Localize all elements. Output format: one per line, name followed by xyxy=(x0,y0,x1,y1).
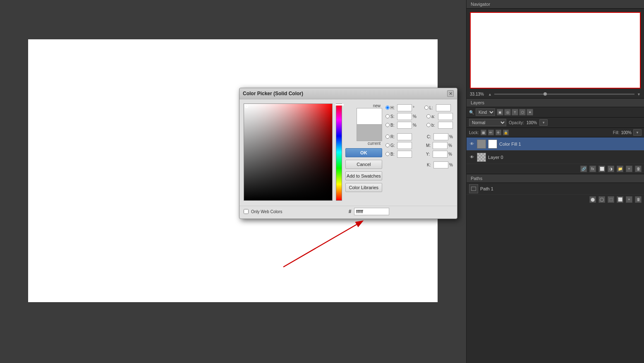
color-preview-container: new current xyxy=(345,103,383,146)
k-input-row: K: 0 % xyxy=(385,161,453,169)
y-unit: % xyxy=(448,152,452,156)
fill-arrow: ▼ xyxy=(633,129,642,136)
g-radio[interactable] xyxy=(385,143,390,147)
only-web-colors-checkbox[interactable] xyxy=(244,209,249,214)
navigator-title: Navigator xyxy=(467,0,644,9)
path-add-mask-icon[interactable]: ⬜ xyxy=(617,196,623,203)
hex-hash-label: # xyxy=(349,209,352,214)
h-input[interactable]: 0 xyxy=(397,104,412,111)
path-new-icon[interactable]: + xyxy=(626,196,632,203)
color-picker-dialog: Color Picker (Solid Color) ✕ new current xyxy=(239,88,457,219)
current-label: current xyxy=(345,141,383,146)
pixel-filter-icon[interactable]: ▣ xyxy=(497,109,503,115)
b3-radio[interactable] xyxy=(426,123,431,127)
path-stroke-icon[interactable]: ◯ xyxy=(599,196,605,203)
k-input[interactable]: 0 xyxy=(433,161,448,168)
s-input[interactable]: 0 xyxy=(397,113,412,120)
layer-folder-icon[interactable]: 📁 xyxy=(617,166,623,172)
cancel-button[interactable]: Cancel xyxy=(345,160,383,169)
kind-filter[interactable]: Kind xyxy=(476,108,495,116)
l-radio[interactable] xyxy=(424,106,429,110)
h-input-row: H: 0 ° L: 100 xyxy=(385,103,453,112)
ok-button[interactable]: OK xyxy=(345,148,383,157)
a-input[interactable]: 0 xyxy=(438,113,453,120)
adjustment-filter-icon[interactable]: ◎ xyxy=(504,109,511,115)
fill-value: 100% xyxy=(621,130,632,135)
path-fill-icon[interactable]: ⬤ xyxy=(589,196,596,203)
layer-visibility-icon[interactable]: 👁 xyxy=(469,141,475,147)
r-radio[interactable] xyxy=(385,135,390,139)
layer-delete-icon[interactable]: 🗑 xyxy=(635,166,642,172)
b-input-row: B: 100 % b: 0 xyxy=(385,121,453,129)
layer-row-color-fill[interactable]: 👁 Color Fill 1 xyxy=(467,137,644,151)
h-label: H: xyxy=(390,106,396,110)
hex-input[interactable] xyxy=(354,208,389,215)
y-label: Y: xyxy=(426,152,432,156)
layer-name-layer0: Layer 0 xyxy=(488,155,503,160)
dialog-bottom: Only Web Colors # xyxy=(239,206,457,219)
c-label: C: xyxy=(427,135,433,139)
h-unit: ° xyxy=(413,106,414,110)
dialog-close-button[interactable]: ✕ xyxy=(447,90,454,97)
a-label: a: xyxy=(431,114,437,119)
b3-input[interactable]: 0 xyxy=(438,122,453,129)
m-input[interactable]: 0 xyxy=(433,142,448,149)
color-spectrum[interactable] xyxy=(244,103,333,201)
layer0-visibility-icon[interactable]: 👁 xyxy=(469,154,475,160)
a-radio[interactable] xyxy=(426,114,431,118)
zoom-decrease-icon[interactable]: ▲ xyxy=(488,92,492,96)
l-input[interactable]: 100 xyxy=(436,104,451,111)
lock-fill-row: Lock: ▦ ✏ ✛ 🔒 Fill: 100% ▼ xyxy=(467,128,644,137)
l-label: L: xyxy=(429,106,435,110)
lock-label: Lock: xyxy=(469,130,479,135)
smart-filter-icon[interactable]: ✦ xyxy=(527,109,533,115)
path-delete-icon[interactable]: 🗑 xyxy=(635,196,642,203)
b2-input[interactable]: 255 xyxy=(397,151,412,158)
b-unit: % xyxy=(413,123,417,127)
b-radio[interactable] xyxy=(385,123,390,127)
s-radio[interactable] xyxy=(385,114,390,118)
r-input[interactable]: 255 xyxy=(397,133,412,140)
layer-mask-icon[interactable]: ⬜ xyxy=(599,166,605,172)
text-filter-icon[interactable]: T xyxy=(512,109,518,115)
lock-all-icon[interactable]: 🔒 xyxy=(503,130,509,135)
shape-filter-icon[interactable]: ⬡ xyxy=(519,109,526,115)
c-input[interactable]: 0 xyxy=(433,133,448,140)
zoom-slider-track[interactable] xyxy=(494,94,634,95)
layer-add-icon[interactable]: + xyxy=(626,166,632,172)
blend-mode-select[interactable]: Normal xyxy=(469,119,506,126)
b2-radio[interactable] xyxy=(385,152,390,156)
layer-adjustment-icon[interactable]: ◑ xyxy=(608,166,614,172)
zoom-increase-icon[interactable]: ▼ xyxy=(637,92,641,96)
new-label: new xyxy=(345,103,383,108)
fill-label: Fill: xyxy=(613,130,620,135)
path-selection-icon[interactable]: ⬚ xyxy=(608,196,614,203)
path-row-1[interactable]: Path 1 xyxy=(467,183,644,195)
h-radio[interactable] xyxy=(385,106,390,110)
right-panel: Navigator 33.13% ▲ ▼ Layers 🔍 Kind ▣ ◎ T… xyxy=(466,0,644,363)
layer0-thumb-checker xyxy=(477,153,486,162)
lock-pixels-icon[interactable]: ▦ xyxy=(481,130,486,135)
lock-move-icon[interactable]: ✛ xyxy=(496,130,501,135)
path-name: Path 1 xyxy=(480,186,493,191)
y-input[interactable]: 0 xyxy=(433,151,448,158)
layers-toolbar: 🔍 Kind ▣ ◎ T ⬡ ✦ xyxy=(467,107,644,118)
layer-row-layer0[interactable]: 👁 Layer 0 xyxy=(467,151,644,164)
paths-bottom-toolbar: ⬤ ◯ ⬚ ⬜ + 🗑 xyxy=(467,195,644,204)
color-libraries-button[interactable]: Color Libraries xyxy=(345,183,383,192)
zoom-slider-thumb xyxy=(543,92,547,96)
g-input[interactable]: 255 xyxy=(397,142,412,149)
layer-name-color-fill: Color Fill 1 xyxy=(499,142,521,147)
new-color-swatch xyxy=(357,108,382,125)
b-input[interactable]: 100 xyxy=(397,122,412,129)
hue-strip[interactable] xyxy=(336,103,342,201)
k-label: K: xyxy=(427,163,433,167)
layer-fx-icon[interactable]: fx xyxy=(589,166,596,172)
lock-position-icon[interactable]: ✏ xyxy=(488,130,494,135)
layer-link-icon[interactable]: 🔗 xyxy=(580,166,587,172)
paths-title: Paths xyxy=(467,174,644,183)
layers-panel: Layers 🔍 Kind ▣ ◎ T ⬡ ✦ Normal Opacity: … xyxy=(467,99,644,174)
b3-label: b: xyxy=(431,123,437,127)
add-to-swatches-button[interactable]: Add to Swatches xyxy=(345,171,383,180)
spectrum-black-overlay xyxy=(244,104,332,200)
